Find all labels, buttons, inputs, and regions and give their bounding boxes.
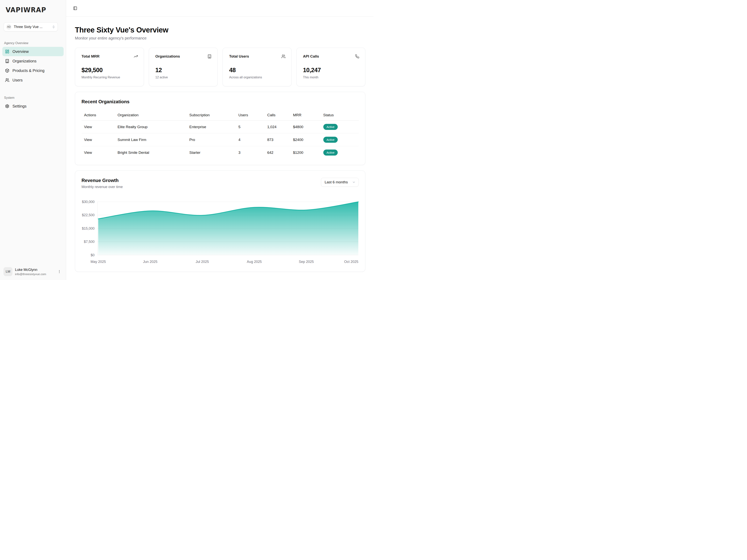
sidebar-item-label: Organizations	[12, 59, 36, 63]
main-area: Three Sixty Vue's Overview Monitor your …	[66, 0, 374, 280]
sidebar-item-label: Overview	[12, 49, 29, 54]
range-selector-value: Last 6 months	[325, 180, 348, 184]
view-button[interactable]: View	[84, 151, 92, 155]
sidebar-item-overview[interactable]: Overview	[2, 47, 63, 56]
org-switcher-label: Three Sixty Vue ...	[14, 25, 52, 29]
org-switcher[interactable]: AO Three Sixty Vue ...	[4, 22, 58, 31]
users-icon	[5, 78, 9, 82]
range-selector[interactable]: Last 6 months	[321, 178, 359, 187]
stat-card-api-calls: API Calls 10,247 This month	[297, 48, 365, 86]
mrr-cell: $1200	[293, 146, 323, 159]
chevrons-up-down-icon	[52, 25, 55, 29]
org-name-cell: Bright Smile Dental	[118, 146, 189, 159]
column-header-users: Users	[238, 110, 267, 121]
svg-text:Jul 2025: Jul 2025	[196, 260, 209, 264]
user-email: info@threesixtyvue.com	[15, 272, 56, 276]
dashboard-icon	[5, 49, 9, 54]
view-button[interactable]: View	[84, 138, 92, 142]
svg-text:Sep 2025: Sep 2025	[299, 260, 314, 264]
sidebar-item-users[interactable]: Users	[2, 76, 63, 85]
stat-caption: Monthly Recurring Revenue	[81, 76, 138, 79]
org-name-cell: Elite Realty Group	[118, 121, 189, 133]
calls-cell: 642	[267, 146, 293, 159]
subscription-cell: Pro	[189, 133, 238, 146]
sidebar-item-label: Products & Pricing	[12, 69, 45, 73]
svg-text:$0: $0	[91, 253, 95, 257]
sidebar: VAPIWRAP AO Three Sixty Vue ... Agency O…	[0, 0, 66, 280]
svg-text:$15,000: $15,000	[82, 226, 95, 230]
area-chart: $0$7,500$15,000$22,500$30,000May 2025Jun…	[81, 198, 359, 266]
stat-value: 12	[155, 67, 212, 74]
table-row: View Elite Realty Group Enterprise 5 1,0…	[81, 121, 359, 133]
recent-organizations-panel: Recent Organizations Actions Organizatio…	[75, 92, 365, 165]
sidebar-toggle-button[interactable]	[73, 6, 77, 10]
org-avatar: AO	[6, 24, 11, 30]
stat-caption: This month	[303, 76, 360, 79]
stat-value: 48	[229, 67, 286, 74]
gear-icon	[5, 104, 9, 108]
stat-card-total-users: Total Users 48 Across all organizations	[223, 48, 291, 86]
column-header-actions: Actions	[81, 110, 118, 121]
column-header-subscription: Subscription	[189, 110, 238, 121]
column-header-status: Status	[323, 110, 359, 121]
users-cell: 4	[238, 133, 267, 146]
sidebar-nav: Overview Organizations Products & Pricin…	[0, 47, 66, 85]
sidebar-item-settings[interactable]: Settings	[2, 102, 63, 111]
revenue-growth-title: Revenue Growth	[81, 178, 123, 183]
app-logo: VAPIWRAP	[6, 6, 66, 14]
app-root: VAPIWRAP AO Three Sixty Vue ... Agency O…	[0, 0, 374, 280]
chevron-down-icon	[352, 181, 356, 184]
org-name-cell: Summit Law Firm	[118, 133, 189, 146]
building-icon	[5, 59, 9, 63]
subscription-cell: Enterprise	[189, 121, 238, 133]
status-badge: Active	[323, 150, 338, 156]
user-name: Luke McGlynn	[15, 268, 56, 272]
stat-card-organizations: Organizations 12 12 active	[149, 48, 218, 86]
svg-text:$30,000: $30,000	[82, 200, 95, 204]
svg-text:May 2025: May 2025	[91, 260, 106, 264]
stat-label: Total MRR	[81, 54, 100, 58]
subscription-cell: Starter	[189, 146, 238, 159]
status-badge: Active	[323, 137, 338, 143]
stat-value: $29,500	[81, 67, 138, 74]
sidebar-item-label: Settings	[12, 104, 26, 108]
svg-text:$22,500: $22,500	[82, 213, 95, 217]
table-row: View Bright Smile Dental Starter 3 642 $…	[81, 146, 359, 159]
sidebar-item-organizations[interactable]: Organizations	[2, 56, 63, 66]
sidebar-user[interactable]: LM Luke McGlynn info@threesixtyvue.com	[2, 266, 63, 278]
stat-card-total-mrr: Total MRR $29,500 Monthly Recurring Reve…	[75, 48, 144, 86]
svg-text:Jun 2025: Jun 2025	[143, 260, 157, 264]
revenue-growth-subtitle: Monthly revenue over time	[81, 185, 123, 189]
svg-text:Oct 2025: Oct 2025	[344, 260, 358, 264]
revenue-chart: $0$7,500$15,000$22,500$30,000May 2025Jun…	[81, 198, 359, 266]
status-badge: Active	[323, 124, 338, 130]
recent-organizations-title: Recent Organizations	[81, 99, 359, 104]
table-row: View Summit Law Firm Pro 4 873 $2400 Act…	[81, 133, 359, 146]
more-vertical-icon[interactable]	[56, 269, 62, 275]
phone-icon	[355, 54, 359, 58]
view-button[interactable]: View	[84, 125, 92, 129]
building-icon	[207, 54, 212, 58]
column-header-mrr: MRR	[293, 110, 323, 121]
page-content: Three Sixty Vue's Overview Monitor your …	[66, 17, 374, 280]
sidebar-item-products-pricing[interactable]: Products & Pricing	[2, 66, 63, 75]
sidebar-section-system: System	[4, 96, 66, 100]
svg-text:$7,500: $7,500	[84, 240, 95, 244]
sidebar-section-agency-overview: Agency Overview	[4, 42, 66, 45]
sidebar-nav-system: Settings	[0, 102, 66, 111]
svg-text:Aug 2025: Aug 2025	[247, 260, 262, 264]
stat-cards: Total MRR $29,500 Monthly Recurring Reve…	[75, 48, 365, 86]
page-title: Three Sixty Vue's Overview	[75, 26, 365, 34]
stat-caption: 12 active	[155, 76, 212, 79]
users-cell: 5	[238, 121, 267, 133]
topbar	[66, 0, 374, 17]
panel-left-icon	[73, 6, 77, 10]
stat-label: Total Users	[229, 54, 249, 58]
revenue-growth-panel: Revenue Growth Monthly revenue over time…	[75, 170, 365, 272]
package-icon	[5, 69, 9, 73]
stat-label: Organizations	[155, 54, 180, 58]
users-cell: 3	[238, 146, 267, 159]
column-header-calls: Calls	[267, 110, 293, 121]
avatar: LM	[3, 267, 12, 276]
mrr-cell: $4800	[293, 121, 323, 133]
